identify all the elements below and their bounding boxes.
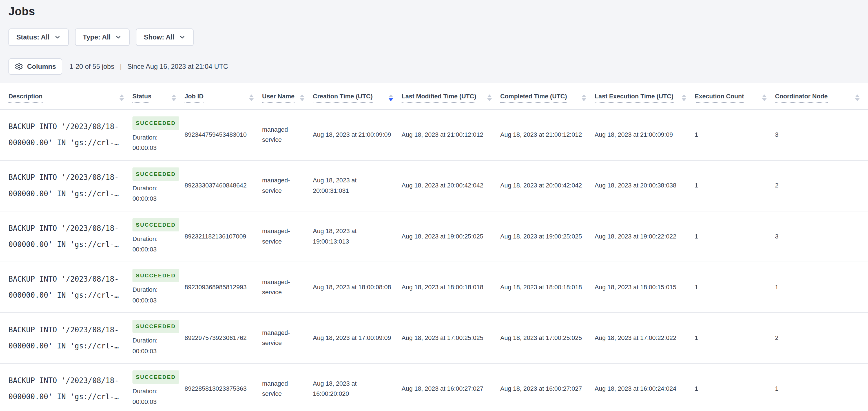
- job-description-link[interactable]: BACKUP INTO '/2023/08/18-000000.00' IN '…: [8, 275, 119, 299]
- job-id-cell: 892285813023375363: [185, 363, 262, 411]
- description-cell[interactable]: BACKUP INTO '/2023/08/18-000000.00' IN '…: [0, 363, 132, 411]
- column-header-label[interactable]: Creation Time (UTC): [313, 93, 373, 103]
- column-header-description[interactable]: Description: [0, 83, 132, 109]
- user-name-cell: managed-service: [262, 211, 313, 262]
- sort-asc-arrow-icon: [487, 94, 492, 97]
- completed-time-cell: Aug 18, 2023 at 17:00:25:025: [500, 313, 595, 363]
- sort-asc-arrow-icon: [762, 94, 767, 97]
- columns-button[interactable]: Columns: [8, 58, 62, 75]
- description-cell[interactable]: BACKUP INTO '/2023/08/18-000000.00' IN '…: [0, 109, 132, 160]
- status-badge: SUCCEEDED: [132, 168, 179, 181]
- creation-time-cell: Aug 18, 2023 at 16:00:20:020: [313, 363, 402, 411]
- coordinator-node-cell: 2: [775, 313, 868, 363]
- sort-asc-arrow-icon: [249, 94, 254, 97]
- description-cell[interactable]: BACKUP INTO '/2023/08/18-000000.00' IN '…: [0, 262, 132, 313]
- sort-icon[interactable]: [297, 94, 304, 101]
- column-header-label[interactable]: Description: [8, 93, 42, 103]
- job-table-row[interactable]: BACKUP INTO '/2023/08/18-000000.00' IN '…: [0, 262, 868, 313]
- column-header-label[interactable]: Job ID: [185, 93, 204, 103]
- sort-desc-arrow-icon: [855, 98, 860, 101]
- jobs-count-text: 1-20 of 55 jobs: [70, 63, 115, 70]
- sort-icon[interactable]: [758, 94, 767, 101]
- column-header-job-id[interactable]: Job ID: [185, 83, 262, 109]
- sort-desc-arrow-icon: [249, 98, 254, 101]
- user-name-cell: managed-service: [262, 262, 313, 313]
- sort-desc-arrow-icon: [300, 98, 304, 101]
- table-header-row: Description Status Job ID User Name: [0, 83, 868, 109]
- sort-asc-arrow-icon: [300, 94, 304, 97]
- last-execution-time-cell: Aug 18, 2023 at 19:00:22:022: [595, 211, 695, 262]
- coordinator-node-cell: 2: [775, 160, 868, 211]
- sort-desc-arrow-icon: [582, 98, 586, 101]
- jobs-table: Description Status Job ID User Name: [0, 83, 868, 411]
- sort-icon[interactable]: [385, 94, 393, 101]
- job-description-link[interactable]: BACKUP INTO '/2023/08/18-000000.00' IN '…: [8, 224, 119, 248]
- last-modified-time-cell: Aug 18, 2023 at 17:00:25:025: [402, 313, 500, 363]
- sort-asc-arrow-icon: [389, 94, 393, 97]
- status-badge: SUCCEEDED: [132, 269, 179, 282]
- last-modified-time-cell: Aug 18, 2023 at 21:00:12:012: [402, 109, 500, 160]
- sort-icon[interactable]: [484, 94, 492, 101]
- user-name-cell: managed-service: [262, 313, 313, 363]
- job-description-link[interactable]: BACKUP INTO '/2023/08/18-000000.00' IN '…: [8, 376, 119, 401]
- status-badge: SUCCEEDED: [132, 320, 179, 333]
- column-header-last-execution-time-utc[interactable]: Last Execution Time (UTC): [595, 83, 695, 109]
- sort-desc-arrow-icon: [487, 98, 492, 101]
- job-description-link[interactable]: BACKUP INTO '/2023/08/18-000000.00' IN '…: [8, 173, 119, 198]
- status-cell: SUCCEEDED Duration: 00:00:03: [132, 211, 185, 262]
- status-filter-dropdown[interactable]: Status: All: [8, 28, 69, 46]
- job-table-row[interactable]: BACKUP INTO '/2023/08/18-000000.00' IN '…: [0, 160, 868, 211]
- job-id-cell: 892321182136107009: [185, 211, 262, 262]
- column-header-label[interactable]: Last Modified Time (UTC): [402, 93, 476, 103]
- user-name-cell: managed-service: [262, 160, 313, 211]
- creation-time-cell: Aug 18, 2023 at 18:00:08:08: [313, 262, 402, 313]
- job-id-cell: 892344759453483010: [185, 109, 262, 160]
- completed-time-cell: Aug 18, 2023 at 16:00:27:027: [500, 363, 595, 411]
- status-filter-label: Status: All: [17, 33, 50, 41]
- column-header-execution-count[interactable]: Execution Count: [695, 83, 775, 109]
- job-id-cell: 892297573923061762: [185, 313, 262, 363]
- type-filter-dropdown[interactable]: Type: All: [75, 28, 130, 46]
- job-table-row[interactable]: BACKUP INTO '/2023/08/18-000000.00' IN '…: [0, 363, 868, 411]
- sort-icon[interactable]: [168, 94, 176, 101]
- column-header-completed-time-utc[interactable]: Completed Time (UTC): [500, 83, 595, 109]
- column-header-label[interactable]: User Name: [262, 93, 294, 103]
- chevron-down-icon: [115, 34, 122, 40]
- creation-time-cell: Aug 18, 2023 at 19:00:13:013: [313, 211, 402, 262]
- sort-icon[interactable]: [116, 94, 124, 101]
- duration-text: Duration: 00:00:03: [132, 386, 176, 407]
- column-header-label[interactable]: Coordinator Node: [775, 93, 828, 103]
- execution-count-cell: 1: [695, 160, 775, 211]
- since-timestamp-text: Since Aug 16, 2023 at 21:04 UTC: [127, 63, 228, 70]
- jobs-table-body: BACKUP INTO '/2023/08/18-000000.00' IN '…: [0, 109, 868, 411]
- show-filter-label: Show: All: [144, 33, 174, 41]
- sort-icon[interactable]: [678, 94, 686, 101]
- job-table-row[interactable]: BACKUP INTO '/2023/08/18-000000.00' IN '…: [0, 313, 868, 363]
- column-header-user-name[interactable]: User Name: [262, 83, 313, 109]
- column-header-label[interactable]: Completed Time (UTC): [500, 93, 567, 103]
- description-cell[interactable]: BACKUP INTO '/2023/08/18-000000.00' IN '…: [0, 160, 132, 211]
- sort-icon[interactable]: [851, 94, 860, 101]
- sort-asc-arrow-icon: [682, 94, 686, 97]
- description-cell[interactable]: BACKUP INTO '/2023/08/18-000000.00' IN '…: [0, 313, 132, 363]
- coordinator-node-cell: 1: [775, 363, 868, 411]
- column-header-label[interactable]: Status: [132, 93, 151, 103]
- sort-asc-arrow-icon: [172, 94, 176, 97]
- execution-count-cell: 1: [695, 109, 775, 160]
- sort-icon[interactable]: [246, 94, 254, 101]
- completed-time-cell: Aug 18, 2023 at 19:00:25:025: [500, 211, 595, 262]
- column-header-creation-time-utc[interactable]: Creation Time (UTC): [313, 83, 402, 109]
- column-header-status[interactable]: Status: [132, 83, 185, 109]
- column-header-label[interactable]: Execution Count: [695, 93, 744, 103]
- job-table-row[interactable]: BACKUP INTO '/2023/08/18-000000.00' IN '…: [0, 109, 868, 160]
- job-description-link[interactable]: BACKUP INTO '/2023/08/18-000000.00' IN '…: [8, 326, 119, 350]
- job-description-link[interactable]: BACKUP INTO '/2023/08/18-000000.00' IN '…: [8, 122, 119, 147]
- show-filter-dropdown[interactable]: Show: All: [136, 28, 193, 46]
- status-cell: SUCCEEDED Duration: 00:00:03: [132, 109, 185, 160]
- description-cell[interactable]: BACKUP INTO '/2023/08/18-000000.00' IN '…: [0, 211, 132, 262]
- job-table-row[interactable]: BACKUP INTO '/2023/08/18-000000.00' IN '…: [0, 211, 868, 262]
- column-header-last-modified-time-utc[interactable]: Last Modified Time (UTC): [402, 83, 500, 109]
- column-header-coordinator-node[interactable]: Coordinator Node: [775, 83, 868, 109]
- column-header-label[interactable]: Last Execution Time (UTC): [595, 93, 674, 103]
- sort-icon[interactable]: [578, 94, 586, 101]
